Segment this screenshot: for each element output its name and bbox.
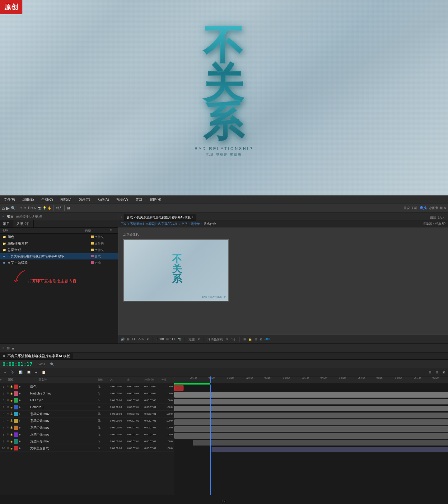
- tab-project[interactable]: 项目: [0, 220, 13, 227]
- tool-text[interactable]: T: [28, 206, 30, 210]
- lr-dur-2: 0:00:00:04: [144, 392, 161, 395]
- home-icon[interactable]: ⌂: [2, 205, 5, 211]
- lock-icon-9[interactable]: 🔒: [10, 440, 13, 443]
- lock-icon-10[interactable]: 🔒: [10, 447, 13, 450]
- grid-btn[interactable]: ⊟: [254, 338, 257, 341]
- solo-icon-8[interactable]: ◈: [19, 433, 21, 436]
- lock-icon-4[interactable]: 🔒: [10, 406, 13, 408]
- panel-menu-icon[interactable]: ≡: [2, 215, 4, 218]
- lock-icon-7[interactable]: 🔒: [10, 426, 13, 429]
- mode-icon[interactable]: ▼: [197, 338, 200, 341]
- lock-icon-5[interactable]: 🔒: [10, 413, 13, 415]
- panel-menu-icon-2[interactable]: ≡: [121, 216, 123, 219]
- search-icon[interactable]: 🔍: [11, 206, 16, 210]
- eye-icon-6[interactable]: 👁: [7, 419, 9, 422]
- menu-anim[interactable]: 动画(A): [96, 197, 110, 203]
- new-label[interactable]: 了新: [411, 206, 417, 210]
- eye-icon-1[interactable]: 👁: [7, 385, 9, 388]
- lock-btn[interactable]: 🔒: [248, 338, 252, 341]
- solo-icon-9[interactable]: ◈: [19, 440, 21, 443]
- snap-btn[interactable]: ⊞: [243, 338, 246, 341]
- menu-file[interactable]: 文件(F): [2, 197, 16, 203]
- eye-icon-3[interactable]: 👁: [7, 399, 9, 402]
- menu-view[interactable]: 视图(V): [115, 197, 129, 203]
- menu-window[interactable]: 窗口: [134, 197, 143, 203]
- tl-ctrl-right-2[interactable]: ⊟: [434, 370, 439, 374]
- lock-icon-3[interactable]: 🔒: [10, 399, 13, 402]
- tool-shape[interactable]: □: [31, 206, 33, 210]
- lr-in-1: 0:00:00:00: [110, 385, 127, 388]
- bottom-icon-3[interactable]: 🎞: [132, 338, 135, 341]
- plus-btn[interactable]: +00: [264, 338, 270, 341]
- lr-color-9: [14, 439, 18, 444]
- expand-icon[interactable]: »: [444, 206, 446, 210]
- project-item-3[interactable]: 📁 总层合成 文件夹: [0, 247, 118, 253]
- eye-icon-8[interactable]: 👁: [7, 433, 9, 436]
- solo-icon-4[interactable]: ◈: [19, 406, 21, 408]
- eye-icon-2[interactable]: 👁: [7, 392, 9, 395]
- tl-ctrl-3[interactable]: 📊: [17, 370, 24, 374]
- breadcrumb-2[interactable]: 文字主题绿妆: [181, 222, 200, 226]
- solo-icon-1[interactable]: ◈: [19, 385, 21, 388]
- reset-label[interactable]: 重设: [404, 206, 410, 210]
- project-item-5[interactable]: ■ 文字主题综妆 合成: [0, 259, 118, 266]
- tl-ctrl-right-1[interactable]: ⊞: [427, 370, 432, 374]
- eye-icon-9[interactable]: 👁: [7, 440, 9, 443]
- eye-icon-7[interactable]: 👁: [7, 426, 9, 429]
- tool-rotate[interactable]: ↻: [34, 206, 36, 210]
- solo-icon-2[interactable]: ◈: [19, 392, 21, 395]
- tl-ctrl-2[interactable]: 📎: [9, 370, 16, 374]
- zoom-icon[interactable]: ▼: [146, 338, 149, 341]
- menu-effect[interactable]: 效果(T): [77, 197, 91, 203]
- tl-render-icon-2[interactable]: ■: [12, 347, 14, 350]
- eye-icon-10[interactable]: 👁: [7, 447, 9, 450]
- tl-ctrl-6[interactable]: 📋: [40, 370, 47, 374]
- solo-icon-10[interactable]: ◈: [19, 447, 21, 450]
- solo-icon-3[interactable]: ◈: [19, 399, 21, 402]
- lock-icon-8[interactable]: 🔒: [10, 433, 13, 436]
- eye-icon-5[interactable]: 👁: [7, 413, 9, 415]
- comp-tab-main[interactable]: 合成 不良关系清新电影电视剧片名字幕AE模板 ≡: [124, 214, 196, 221]
- tl-menu-icon[interactable]: ≡: [2, 347, 4, 350]
- tool-camera[interactable]: 📷: [38, 206, 41, 210]
- camera-select-icon[interactable]: ▼: [226, 338, 229, 341]
- camera-select[interactable]: 活动摄像机: [208, 337, 223, 342]
- lock-icon-6[interactable]: 🔒: [10, 419, 13, 422]
- menu-edit[interactable]: 编辑(E): [21, 197, 35, 203]
- tl-render-icon[interactable]: ⊞: [7, 346, 10, 350]
- eye-icon-4[interactable]: 👁: [7, 406, 9, 408]
- tl-tab-main[interactable]: ■ 不良关系清新电影电视剧片名字幕AE模板: [0, 353, 73, 359]
- breadcrumb-1[interactable]: 不良关系清新电影电视剧片名字幕AE模板: [121, 222, 178, 226]
- tl-ctrl-1[interactable]: ↔: [2, 370, 7, 374]
- lr-in-8: 0:00:00:00: [110, 433, 127, 436]
- snap-icon[interactable]: ⊞: [67, 206, 70, 210]
- bottom-icon-1[interactable]: 🔊: [121, 338, 124, 341]
- search-find[interactable]: 查找: [418, 206, 428, 210]
- lock-icon-2[interactable]: 🔒: [10, 392, 13, 395]
- project-item-2[interactable]: 📁 颜板使用素材 文件夹: [0, 240, 118, 247]
- menu-comp[interactable]: 合成(C): [40, 197, 54, 203]
- search-tl[interactable]: 🔍: [50, 362, 54, 366]
- solo-icon-7[interactable]: ◈: [19, 426, 21, 429]
- tl-ctrl-5[interactable]: ◈: [34, 370, 39, 374]
- folder-icon-3: 📁: [2, 248, 6, 252]
- tl-ctrl-right-3[interactable]: ⊠: [441, 370, 446, 374]
- play-icon[interactable]: ▶: [6, 206, 10, 211]
- solo-icon-5[interactable]: ◈: [19, 413, 21, 415]
- push-label[interactable]: 靠: [440, 206, 443, 210]
- project-item-4[interactable]: ■ 不良关系清新电影电视剧片名字幕AE模板 合成: [0, 253, 118, 259]
- tool-pen[interactable]: ✒: [24, 206, 26, 210]
- bottom-icon-2[interactable]: ⊞: [127, 338, 129, 341]
- menu-help[interactable]: 帮助(H): [148, 197, 162, 203]
- lock-icon-1[interactable]: 🔒: [10, 385, 13, 388]
- tool-pan[interactable]: ✋: [48, 206, 51, 210]
- camera-icon-bottom[interactable]: 📷: [178, 338, 181, 341]
- tl-ctrl-4[interactable]: 🔲: [26, 370, 32, 374]
- menu-layer[interactable]: 图层(L): [59, 197, 72, 203]
- tool-select[interactable]: ↖: [20, 206, 23, 210]
- tool-light[interactable]: 💡: [43, 206, 46, 210]
- tab-effects[interactable]: 效果控件: [13, 220, 34, 227]
- solo-icon-6[interactable]: ◈: [19, 419, 21, 422]
- project-item-1[interactable]: 📁 颜色 文件夹: [0, 234, 118, 240]
- color-btn[interactable]: ⊠: [259, 338, 262, 341]
